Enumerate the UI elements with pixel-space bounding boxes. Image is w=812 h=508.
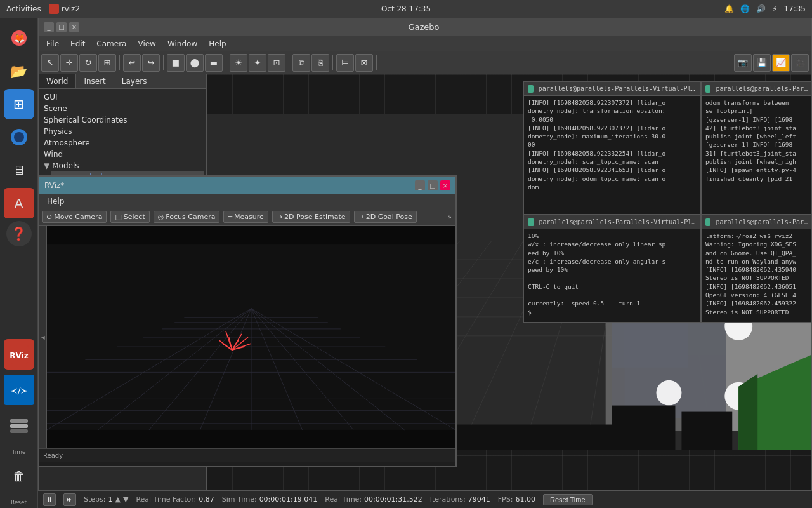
rviz-menu-help[interactable]: Help xyxy=(42,196,69,207)
sep2 xyxy=(163,55,164,70)
video-btn[interactable]: 🎥 xyxy=(791,54,809,72)
pose-icon: → xyxy=(277,213,282,221)
system-bar: Activities rviz2 Oct 28 17:35 🔔 🌐 🔊 ⚡ 17… xyxy=(0,0,812,18)
term1-title: parallels@parallels-Parallels-Virtual-Pl… xyxy=(539,85,697,92)
sep1 xyxy=(119,55,120,70)
tree-models[interactable]: ▼Models xyxy=(41,160,204,171)
copy-tool[interactable]: ⧉ xyxy=(292,54,310,72)
sidebar-firefox[interactable]: 🦊 xyxy=(4,23,34,53)
sidebar-rviz[interactable]: RViz xyxy=(4,339,34,370)
term2-content[interactable]: odom transforms between se_footprint] [g… xyxy=(702,96,811,214)
gazebo-title: Gazebo xyxy=(79,22,768,32)
tab-insert[interactable]: Insert xyxy=(76,74,114,88)
term3-content[interactable]: 10% w/x : increase/decrease only linear … xyxy=(524,229,700,322)
menu-camera[interactable]: Camera xyxy=(91,38,131,50)
sidebar-vscode[interactable]: ≺/≻ xyxy=(4,375,34,405)
chart-btn[interactable]: 📈 xyxy=(772,54,790,72)
menu-view[interactable]: View xyxy=(133,38,160,50)
tree-atmosphere[interactable]: Atmosphere xyxy=(41,137,204,149)
reset-time-btn[interactable]: Reset Time xyxy=(543,494,593,505)
sidebar-dolphin[interactable]: 📂 xyxy=(4,56,34,86)
minimize-btn[interactable]: _ xyxy=(44,22,54,32)
maximize-btn[interactable]: □ xyxy=(56,22,67,32)
tree-physics[interactable]: Physics xyxy=(41,126,204,137)
scale-tool[interactable]: ⊞ xyxy=(98,54,116,72)
term1-text: [INFO] [1698482058.922307372] [lidar_o d… xyxy=(528,98,697,191)
sep5 xyxy=(332,55,333,70)
terminal-2: parallels@parallels-Parallels-V... odom … xyxy=(701,81,812,215)
network-icon[interactable]: 🌐 xyxy=(740,4,750,13)
rviz-window: RViz* _ □ × Help ⊕ Move Camera □ Select … xyxy=(38,175,457,467)
notification-icon[interactable]: 🔔 xyxy=(724,4,734,13)
sidebar-store[interactable]: A xyxy=(4,188,34,218)
datetime: Oct 28 17:35 xyxy=(381,4,431,13)
rviz-3d-view[interactable] xyxy=(47,226,455,448)
realtime-val: 0.87 xyxy=(199,495,214,504)
menu-file[interactable]: File xyxy=(41,38,64,50)
step-btn[interactable]: ⏭ xyxy=(63,493,76,506)
menu-window[interactable]: Window xyxy=(162,38,202,50)
sidebar-blue-circle[interactable] xyxy=(4,122,34,152)
rviz-pose-estimate[interactable]: → 2D Pose Estimate xyxy=(272,211,350,223)
sidebar-layers[interactable] xyxy=(4,410,34,441)
rviz-maximize[interactable]: □ xyxy=(428,180,438,190)
select-tool[interactable]: ↖ xyxy=(41,54,59,72)
sidebar-reset[interactable]: Reset xyxy=(11,499,27,505)
term2-titlebar: parallels@parallels-Parallels-V... xyxy=(702,82,811,96)
rotate-tool[interactable]: ↻ xyxy=(79,54,97,72)
step-arrow-down: ▼ xyxy=(123,495,128,504)
record-btn[interactable]: 💾 xyxy=(753,54,771,72)
iterations-label: Iterations: xyxy=(430,495,466,504)
spotlight-tool[interactable]: ✦ xyxy=(249,54,266,72)
cylinder-tool[interactable]: ▬ xyxy=(205,54,223,72)
dir-light-tool[interactable]: ⊡ xyxy=(268,54,285,72)
audio-icon[interactable]: 🔊 xyxy=(756,4,766,13)
align-tool[interactable]: ⊨ xyxy=(336,54,354,72)
rviz-toolbar: ⊕ Move Camera □ Select ◎ Focus Camera ━ … xyxy=(39,208,455,226)
gazebo-titlebar: _ □ × Gazebo xyxy=(39,18,811,36)
translate-tool[interactable]: ✛ xyxy=(60,54,78,72)
tree-scene[interactable]: Scene xyxy=(41,103,204,114)
time-display: 17:35 xyxy=(783,4,806,13)
light-tool[interactable]: ☀ xyxy=(230,54,247,72)
term1-content[interactable]: [INFO] [1698482058.922307372] [lidar_o d… xyxy=(524,96,700,214)
tree-wind[interactable]: Wind xyxy=(41,149,204,160)
system-bar-left: Activities rviz2 xyxy=(6,4,80,14)
sidebar-trash[interactable]: 🗑 xyxy=(4,461,34,491)
tree-spherical[interactable]: Spherical Coordinates xyxy=(41,114,204,126)
rviz-measure[interactable]: ━ Measure xyxy=(223,211,268,223)
system-bar-center: Oct 28 17:35 xyxy=(381,4,431,13)
close-btn[interactable]: × xyxy=(69,22,79,32)
rviz-move-camera[interactable]: ⊕ Move Camera xyxy=(42,211,107,223)
tab-world[interactable]: World xyxy=(39,74,76,88)
measure-icon: ━ xyxy=(228,213,232,221)
menu-help[interactable]: Help xyxy=(204,38,231,50)
sidebar-nautilus[interactable]: ⊞ xyxy=(4,89,34,119)
power-icon[interactable]: ⚡ xyxy=(772,4,777,13)
camera-btn[interactable]: 📷 xyxy=(734,54,752,72)
svg-rect-8 xyxy=(10,419,28,423)
sidebar-help[interactable]: ❓ xyxy=(6,221,32,246)
redo-btn[interactable]: ↪ xyxy=(142,54,160,72)
paste-tool[interactable]: ⎘ xyxy=(311,54,329,72)
sidebar-system-settings[interactable]: 🖥 xyxy=(4,155,34,185)
tree-gui[interactable]: GUI xyxy=(41,91,204,103)
menu-edit[interactable]: Edit xyxy=(65,38,90,50)
rviz-goal-pose[interactable]: → 2D Goal Pose xyxy=(354,211,417,223)
term4-content[interactable]: latform:~/ros2_ws$ rviz2 Warning: Ignori… xyxy=(702,229,811,322)
svg-marker-43 xyxy=(738,374,757,450)
rviz-select[interactable]: □ Select xyxy=(110,211,149,223)
rviz-close[interactable]: × xyxy=(440,180,450,190)
realtime-label: Real Time Factor: xyxy=(136,495,196,504)
tab-layers[interactable]: Layers xyxy=(114,74,155,88)
undo-btn[interactable]: ↩ xyxy=(123,54,141,72)
activities-label[interactable]: Activities xyxy=(6,4,41,13)
pause-btn[interactable]: ⏸ xyxy=(43,493,56,506)
box-tool[interactable]: ■ xyxy=(167,54,185,72)
rviz-minimize[interactable]: _ xyxy=(415,180,425,190)
snap-tool[interactable]: ⊠ xyxy=(355,54,373,72)
rviz-expand[interactable]: » xyxy=(446,211,453,222)
sphere-tool[interactable]: ⬤ xyxy=(186,54,204,72)
rviz-focus-camera[interactable]: ◎ Focus Camera xyxy=(154,211,220,223)
rviz-panel-handle[interactable]: ◀ xyxy=(39,226,47,448)
